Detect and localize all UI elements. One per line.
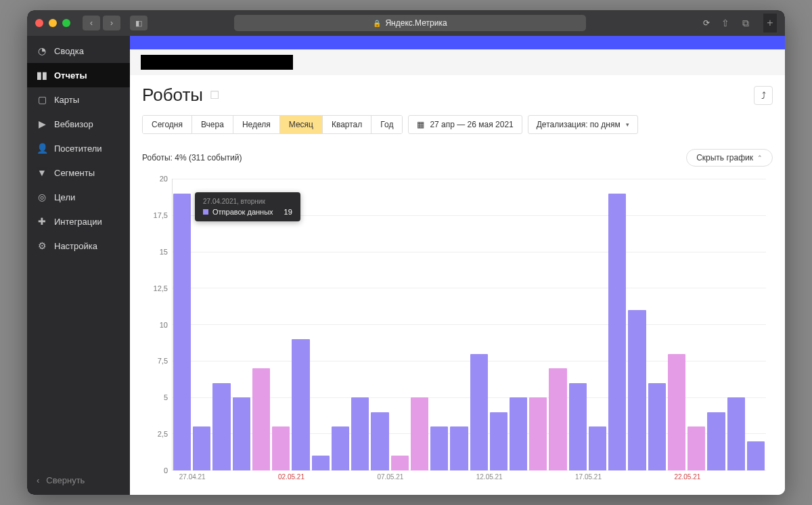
sidebar-item-integrations[interactable]: ✚ Интеграции <box>27 209 130 234</box>
address-bar[interactable]: 🔒 Яндекс.Метрика <box>234 15 586 31</box>
y-tick: 12,5 <box>154 284 168 292</box>
collapse-sidebar-button[interactable]: ‹ Свернуть <box>27 466 130 495</box>
bar[interactable] <box>272 426 290 470</box>
summary-text: Роботы: 4% (311 событий) <box>142 153 242 162</box>
y-tick: 10 <box>160 321 168 329</box>
sidebar-item-settings[interactable]: ⚙ Настройка <box>27 234 130 258</box>
y-tick: 5 <box>164 393 168 401</box>
bar[interactable] <box>411 397 428 470</box>
bar[interactable] <box>648 383 666 470</box>
page-title: Роботы <box>142 85 203 106</box>
bar[interactable] <box>549 368 566 470</box>
target-icon: ◎ <box>37 192 47 202</box>
sidebar-item-label: Цели <box>54 192 75 202</box>
y-tick: 7,5 <box>158 357 168 365</box>
sidebar-item-goals[interactable]: ◎ Цели <box>27 185 130 209</box>
sidebar-item-label: Сводка <box>54 46 84 56</box>
bar[interactable] <box>332 426 349 470</box>
sidebar-item-summary[interactable]: ◔ Сводка <box>27 39 130 63</box>
period-Квартал[interactable]: Квартал <box>323 116 371 133</box>
titlebar: ‹ › ◧ 🔒 Яндекс.Метрика ⟳ ⇧ ⧉ + <box>27 10 785 36</box>
y-tick: 17,5 <box>154 211 168 219</box>
maximize-window-button[interactable] <box>62 19 70 27</box>
chart-bars <box>172 179 766 470</box>
bars-icon: ▮▮ <box>37 70 47 81</box>
bar[interactable] <box>589 426 606 470</box>
share-menu-icon[interactable]: ⇧ <box>719 16 732 30</box>
tooltip-series: Отправок данных <box>212 208 273 216</box>
sidebar: ◔ Сводка ▮▮ Отчеты ▢ Карты ▶ Вебвизор 👤 … <box>27 36 130 495</box>
bar[interactable] <box>292 339 309 470</box>
x-tick: 12.05.21 <box>476 473 503 481</box>
tooltip-date: 27.04.2021, вторник <box>203 198 292 205</box>
sidebar-toggle-button[interactable]: ◧ <box>130 16 148 30</box>
window-controls <box>35 19 70 27</box>
bar[interactable] <box>608 194 626 470</box>
bar[interactable] <box>490 412 508 470</box>
x-tick: 17.05.21 <box>575 473 602 481</box>
play-icon: ▶ <box>37 118 47 129</box>
bar[interactable] <box>470 354 488 470</box>
sidebar-item-label: Отчеты <box>54 70 87 81</box>
sidebar-item-reports[interactable]: ▮▮ Отчеты <box>27 63 130 87</box>
sidebar-item-visitors[interactable]: 👤 Посетители <box>27 136 130 160</box>
hide-chart-button[interactable]: Скрыть график ⌃ <box>686 149 773 167</box>
bar[interactable] <box>510 397 527 470</box>
bar[interactable] <box>312 456 330 470</box>
period-Год[interactable]: Год <box>371 116 402 133</box>
bar[interactable] <box>628 310 646 470</box>
date-range-picker[interactable]: ▦ 27 апр — 26 мая 2021 <box>408 115 522 134</box>
new-tab-button[interactable]: + <box>763 14 777 32</box>
bookmark-icon[interactable]: ☐ <box>210 89 219 102</box>
bar[interactable] <box>668 354 685 470</box>
period-Неделя[interactable]: Неделя <box>233 116 280 133</box>
sidebar-item-segments[interactable]: ▼ Сегменты <box>27 160 130 185</box>
bar[interactable] <box>450 426 468 470</box>
close-window-button[interactable] <box>35 19 43 27</box>
sidebar-item-webvisor[interactable]: ▶ Вебвизор <box>27 112 130 136</box>
forward-button[interactable]: › <box>103 16 120 30</box>
bar[interactable] <box>747 441 765 470</box>
bar[interactable] <box>233 397 250 470</box>
minimize-window-button[interactable] <box>49 19 57 27</box>
redacted-site-name <box>141 55 293 70</box>
bar[interactable] <box>351 397 369 470</box>
y-tick: 0 <box>164 466 168 475</box>
breadcrumb-bar <box>130 49 785 75</box>
sidebar-item-maps[interactable]: ▢ Карты <box>27 87 130 112</box>
bar[interactable] <box>173 194 191 470</box>
period-Месяц[interactable]: Месяц <box>280 116 323 133</box>
lock-icon: 🔒 <box>373 20 381 27</box>
content: Роботы ☐ ⤴ СегодняВчераНеделяМесяцКварта… <box>130 36 785 495</box>
period-Вчера[interactable]: Вчера <box>192 116 233 133</box>
bar[interactable] <box>687 426 705 470</box>
notification-bar <box>130 36 785 49</box>
export-button[interactable]: ⤴ <box>754 86 773 105</box>
y-axis: 02,557,51012,51517,520 <box>142 179 172 470</box>
tooltip-value: 19 <box>284 208 292 216</box>
period-Сегодня[interactable]: Сегодня <box>143 116 192 133</box>
bar[interactable] <box>252 368 270 470</box>
detail-dropdown[interactable]: Детализация: по дням ▾ <box>528 115 638 134</box>
reload-button[interactable]: ⟳ <box>700 16 713 30</box>
bar[interactable] <box>193 426 210 470</box>
bar[interactable] <box>707 412 725 470</box>
bar[interactable] <box>569 383 587 470</box>
page-address: Яндекс.Метрика <box>385 18 447 28</box>
bar[interactable] <box>529 397 547 470</box>
x-axis: 27.04.2102.05.2107.05.2112.05.2117.05.21… <box>172 473 766 485</box>
bar[interactable] <box>371 412 388 470</box>
x-tick: 22.05.21 <box>674 473 700 481</box>
nav-buttons: ‹ › <box>83 16 120 30</box>
bar[interactable] <box>391 456 409 470</box>
tooltip-color-swatch <box>203 209 208 215</box>
y-tick: 2,5 <box>158 430 168 438</box>
bar[interactable] <box>727 397 745 470</box>
back-button[interactable]: ‹ <box>83 16 100 30</box>
tabs-icon[interactable]: ⧉ <box>739 16 752 30</box>
funnel-icon: ▼ <box>37 167 47 178</box>
bar[interactable] <box>430 426 448 470</box>
sidebar-item-label: Сегменты <box>54 168 95 178</box>
bar[interactable] <box>212 383 230 470</box>
x-tick: 02.05.21 <box>278 473 304 481</box>
